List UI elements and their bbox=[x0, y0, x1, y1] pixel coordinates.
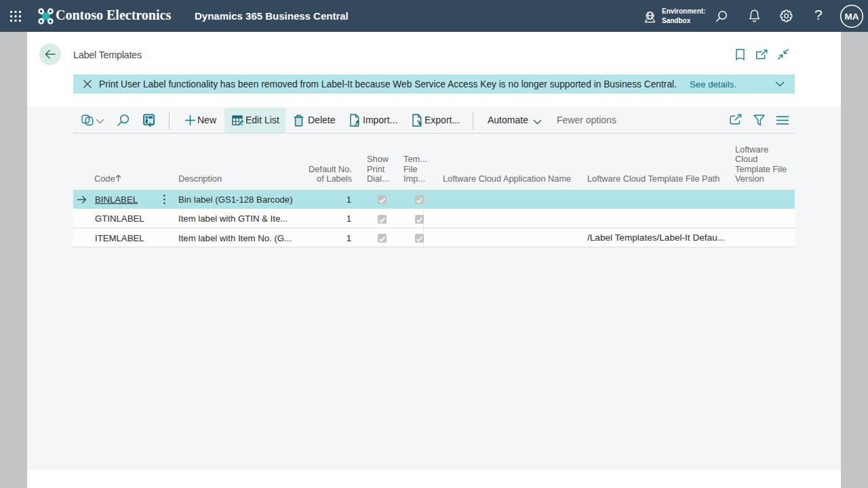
svg-text:MA: MA bbox=[845, 12, 859, 22]
